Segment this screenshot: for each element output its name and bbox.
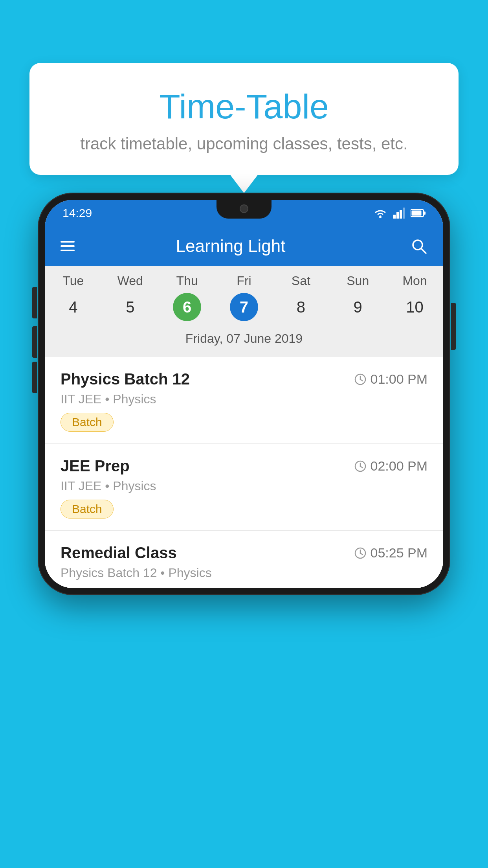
svg-line-12 — [360, 379, 363, 381]
schedule-item-1-header: Physics Batch 12 01:00 PM — [61, 370, 427, 388]
phone-frame: 14:29 — [38, 193, 450, 595]
date-10[interactable]: 10 — [401, 293, 429, 321]
schedule-item-3-time: 05:25 PM — [354, 545, 427, 561]
search-icon[interactable] — [410, 237, 427, 255]
date-4[interactable]: 4 — [59, 293, 87, 321]
schedule-item-3-subtitle: Physics Batch 12 • Physics — [61, 566, 427, 580]
schedule-item-2[interactable]: JEE Prep 02:00 PM IIT JEE • Physics Batc… — [45, 444, 443, 531]
svg-rect-6 — [412, 211, 422, 216]
schedule-item-2-title: JEE Prep — [61, 457, 130, 475]
svg-rect-4 — [403, 208, 405, 219]
date-5[interactable]: 5 — [116, 293, 144, 321]
day-thu: Thu — [159, 274, 216, 288]
schedule-item-1-time-text: 01:00 PM — [370, 371, 427, 387]
status-bar: 14:29 — [45, 200, 443, 226]
schedule-item-1[interactable]: Physics Batch 12 01:00 PM IIT JEE • Phys… — [45, 357, 443, 444]
app-title: Learning Light — [86, 236, 398, 256]
batch-badge-1: Batch — [61, 413, 114, 432]
schedule-item-3-time-text: 05:25 PM — [370, 545, 427, 561]
status-time: 14:29 — [62, 206, 92, 220]
selected-date-label: Friday, 07 June 2019 — [45, 327, 443, 353]
svg-line-9 — [421, 248, 426, 253]
bubble-subtitle: track timetable, upcoming classes, tests… — [49, 134, 439, 153]
day-fri: Fri — [216, 274, 273, 288]
schedule-item-3-title: Remedial Class — [61, 544, 177, 562]
schedule-item-2-time: 02:00 PM — [354, 458, 427, 474]
schedule-item-1-subtitle: IIT JEE • Physics — [61, 392, 427, 406]
calendar-strip: Tue Wed Thu Fri Sat Sun Mon 4 5 6 7 8 9 … — [45, 266, 443, 357]
day-mon: Mon — [386, 274, 443, 288]
bubble-title: Time-Table — [49, 86, 439, 127]
notch — [216, 200, 272, 219]
day-numbers: 4 5 6 7 8 9 10 — [45, 293, 443, 321]
date-8[interactable]: 8 — [287, 293, 315, 321]
date-6-today[interactable]: 6 — [173, 293, 201, 321]
batch-badge-2: Batch — [61, 500, 114, 519]
svg-rect-1 — [393, 215, 396, 219]
app-bar: Learning Light — [45, 226, 443, 266]
svg-point-0 — [379, 216, 382, 218]
phone-wrapper: 14:29 — [38, 193, 450, 595]
schedule-item-3[interactable]: Remedial Class 05:25 PM Physics Batch 12… — [45, 531, 443, 588]
clock-icon-3 — [354, 547, 366, 559]
battery-icon — [411, 209, 426, 217]
svg-rect-3 — [400, 210, 402, 219]
schedule-list: Physics Batch 12 01:00 PM IIT JEE • Phys… — [45, 357, 443, 588]
svg-rect-2 — [396, 212, 399, 219]
clock-icon-1 — [354, 373, 366, 385]
wifi-icon — [373, 208, 388, 219]
signal-icon — [393, 208, 405, 219]
schedule-item-1-time: 01:00 PM — [354, 371, 427, 387]
hamburger-menu[interactable] — [61, 241, 75, 251]
day-sat: Sat — [272, 274, 329, 288]
svg-line-18 — [360, 553, 363, 555]
svg-line-15 — [360, 466, 363, 468]
day-tue: Tue — [45, 274, 102, 288]
svg-rect-7 — [424, 211, 426, 215]
clock-icon-2 — [354, 460, 366, 472]
date-7-selected[interactable]: 7 — [230, 293, 258, 321]
speech-bubble: Time-Table track timetable, upcoming cla… — [29, 63, 459, 175]
schedule-item-3-header: Remedial Class 05:25 PM — [61, 544, 427, 562]
day-sun: Sun — [329, 274, 386, 288]
day-headers: Tue Wed Thu Fri Sat Sun Mon — [45, 274, 443, 288]
schedule-item-2-subtitle: IIT JEE • Physics — [61, 479, 427, 493]
camera — [240, 204, 248, 213]
schedule-item-1-title: Physics Batch 12 — [61, 370, 190, 388]
day-wed: Wed — [102, 274, 159, 288]
schedule-item-2-header: JEE Prep 02:00 PM — [61, 457, 427, 475]
status-icons — [373, 208, 426, 219]
date-9[interactable]: 9 — [344, 293, 372, 321]
phone-screen: 14:29 — [45, 200, 443, 588]
schedule-item-2-time-text: 02:00 PM — [370, 458, 427, 474]
